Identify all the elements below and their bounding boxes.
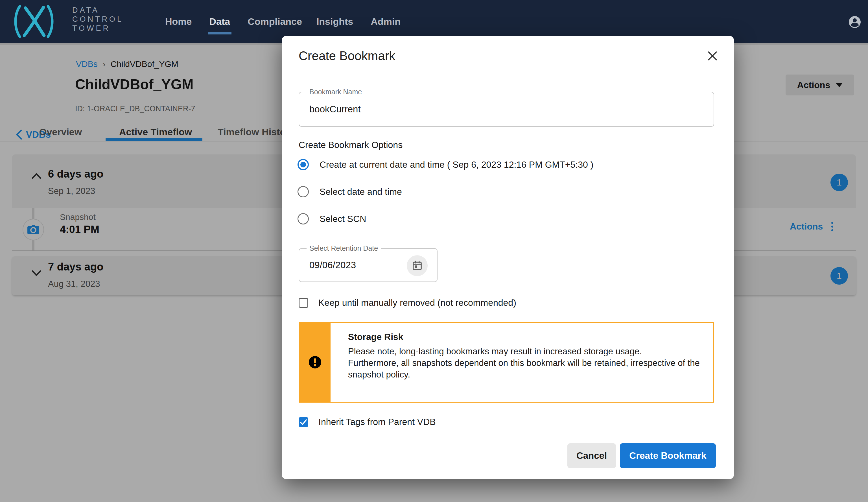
nav-item-compliance[interactable]: Compliance (248, 16, 302, 27)
retention-date-field[interactable]: Select Retention Date (299, 248, 437, 282)
nav-item-admin[interactable]: Admin (371, 16, 401, 27)
nav-item-insights[interactable]: Insights (317, 16, 353, 27)
brand-text: DATA CONTROL TOWER (72, 6, 123, 33)
dialog-header: Create Bookmark (282, 36, 734, 76)
user-avatar-icon[interactable] (849, 16, 861, 28)
warning-text-line2: Furthermore, all snapshots dependent on … (348, 357, 706, 380)
logo-divider (63, 10, 63, 33)
inherit-tags-checkbox[interactable]: Inherit Tags from Parent VDB (299, 417, 436, 427)
bookmark-name-label: Bookmark Name (307, 88, 365, 96)
radio-current-datetime[interactable]: Create at current date and time ( Sep 6,… (298, 159, 593, 170)
create-bookmark-dialog: Create Bookmark Bookmark Name Create Boo… (282, 36, 734, 479)
cancel-button[interactable]: Cancel (567, 443, 616, 468)
storage-risk-warning: Storage Risk Please note, long-lasting b… (299, 322, 714, 403)
keep-until-removed-checkbox[interactable]: Keep until manually removed (not recomme… (299, 298, 516, 308)
radio-select-scn[interactable]: Select SCN (298, 213, 366, 224)
nav-item-data[interactable]: Data (209, 16, 230, 27)
calendar-icon[interactable] (407, 255, 428, 276)
close-icon[interactable] (706, 50, 719, 62)
dct-logo-icon[interactable] (12, 4, 55, 40)
warning-text-line1: Please note, long-lasting bookmarks may … (348, 346, 706, 357)
checkbox-checked-icon[interactable] (299, 417, 308, 427)
checkbox-unchecked-icon[interactable] (299, 298, 308, 308)
bookmark-name-field[interactable]: Bookmark Name (299, 92, 714, 127)
options-section-label: Create Bookmark Options (299, 140, 403, 150)
radio-unselected-icon[interactable] (298, 213, 309, 224)
bookmark-name-input[interactable] (309, 104, 600, 115)
dialog-title: Create Bookmark (299, 49, 395, 63)
warning-content: Storage Risk Please note, long-lasting b… (348, 332, 706, 380)
retention-date-input[interactable] (309, 260, 406, 270)
create-bookmark-button[interactable]: Create Bookmark (620, 443, 716, 468)
screen: DATA CONTROL TOWER Home Data Compliance … (0, 0, 868, 502)
warning-title: Storage Risk (348, 332, 706, 342)
radio-select-datetime[interactable]: Select date and time (298, 186, 402, 197)
nav-item-home[interactable]: Home (165, 16, 192, 27)
warning-accent-strip (300, 323, 331, 402)
dialog-footer: Cancel Create Bookmark (567, 443, 716, 468)
retention-date-label: Select Retention Date (307, 244, 381, 253)
exclamation-icon (309, 356, 321, 369)
radio-selected-icon[interactable] (298, 159, 309, 170)
radio-unselected-icon[interactable] (298, 186, 309, 197)
